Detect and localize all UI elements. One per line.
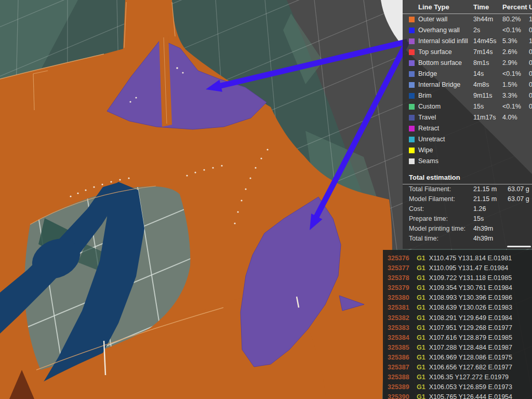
line-type-label: Seams: [418, 157, 438, 165]
gcode-arguments: X106.656 Y127.682 E.01977: [429, 364, 512, 371]
gcode-line-number: 325383: [388, 323, 412, 333]
line-type-used-filament-cropped: 0: [529, 26, 532, 34]
legend-row[interactable]: Travel 11m17s 4.0%: [403, 112, 532, 123]
gcode-line-number: 325378: [388, 273, 412, 283]
line-type-time: 15s: [473, 103, 484, 110]
line-type-color-swatch: [409, 82, 415, 88]
gcode-line[interactable]: 325378G1X109.722 Y131.118 E.01985: [383, 273, 532, 283]
line-type-color-swatch: [409, 17, 415, 22]
line-type-color-swatch: [409, 148, 415, 153]
line-type-label: Outer wall: [418, 16, 447, 23]
gcode-line[interactable]: 325380G1X108.993 Y130.396 E.01986: [383, 293, 532, 303]
gcode-line[interactable]: 325387G1X106.656 Y127.682 E.01977: [383, 363, 532, 373]
gcode-command: G1: [417, 304, 425, 311]
legend-rows: Outer wall 3h44m 80.2% 1 Overhang wall 2…: [403, 14, 532, 167]
legend-row[interactable]: Internal solid infill 14m45s 5.3% 1: [403, 36, 532, 47]
gcode-command: G1: [417, 324, 425, 331]
line-type-label: Internal solid infill: [418, 37, 468, 45]
line-type-color-swatch: [409, 71, 415, 77]
line-type-used-filament-cropped: 1: [529, 37, 532, 45]
legend-header: Line Type Time Percent U: [403, 0, 532, 14]
line-type-percent: 80.2%: [502, 16, 521, 23]
line-type-used-filament-cropped: 0: [529, 103, 532, 110]
line-type-percent: 3.3%: [502, 92, 517, 99]
gcode-line-number: 325382: [388, 313, 412, 323]
gcode-arguments: X108.993 Y130.396 E.01986: [429, 294, 512, 301]
estimation-value-1: 21.15 m: [473, 185, 497, 193]
legend-row[interactable]: Unretract: [403, 134, 532, 145]
legend-row[interactable]: Bridge 14s <0.1% 0: [403, 69, 532, 79]
legend-row[interactable]: Wipe: [403, 145, 532, 156]
gcode-line[interactable]: 325386G1X106.969 Y128.086 E.01975: [383, 353, 532, 363]
line-type-label: Top surface: [418, 48, 452, 56]
line-type-color-swatch: [409, 115, 415, 121]
line-type-color-swatch: [409, 60, 415, 66]
gcode-line-number: 325390: [388, 392, 412, 399]
gcode-line[interactable]: 325390G1X105.765 Y126.444 E.01954: [383, 392, 532, 399]
gcode-line-number: 325388: [388, 373, 412, 382]
legend-col-percent: Percent: [502, 3, 527, 11]
legend-row[interactable]: Top surface 7m14s 2.6% 0: [403, 47, 532, 58]
line-type-color-swatch: [409, 93, 415, 99]
legend-row[interactable]: Internal Bridge 4m8s 1.5% 0: [403, 79, 532, 90]
line-type-time: 7m14s: [473, 48, 493, 56]
estimation-value-1: 1.26: [473, 205, 486, 212]
estimation-label: Model printing time:: [409, 225, 466, 232]
gcode-line-number: 325389: [388, 382, 412, 392]
estimation-label: Cost:: [409, 205, 424, 212]
gcode-arguments: X105.765 Y126.444 E.01954: [429, 393, 512, 399]
line-type-time: 8m1s: [473, 59, 489, 66]
gcode-command: G1: [417, 314, 425, 322]
legend-row[interactable]: Brim 9m11s 3.3% 0: [403, 90, 532, 101]
gcode-line-number: 325379: [388, 283, 412, 293]
gcode-line[interactable]: 325382G1X108.291 Y129.649 E.01984: [383, 313, 532, 323]
line-type-time: 4m8s: [473, 81, 489, 88]
gcode-line[interactable]: 325384G1X107.616 Y128.879 E.01985: [383, 333, 532, 343]
line-type-time: 9m11s: [473, 92, 493, 99]
gcode-command: G1: [417, 274, 425, 282]
legend-row[interactable]: Overhang wall 2s <0.1% 0: [403, 25, 532, 36]
gcode-line[interactable]: 325388G1X106.35 Y127.272 E.01979: [383, 373, 532, 382]
line-type-percent: 1.5%: [502, 81, 517, 88]
line-type-time: 2s: [473, 26, 480, 34]
gcode-arguments: X107.616 Y128.879 E.01985: [429, 334, 512, 341]
gcode-line[interactable]: 325381G1X108.639 Y130.026 E.01983: [383, 303, 532, 313]
gcode-line[interactable]: 325389G1X106.053 Y126.859 E.01973: [383, 382, 532, 392]
legend-row[interactable]: Retract: [403, 123, 532, 134]
legend-col-used-filament-cropped: U: [529, 3, 532, 11]
gcode-line[interactable]: 325377G1X110.095 Y131.47 E.01984: [383, 263, 532, 273]
gcode-line-number: 325381: [388, 303, 412, 313]
line-type-percent: 5.3%: [502, 37, 517, 45]
line-type-color-swatch: [409, 126, 415, 131]
line-type-time: 14m45s: [473, 37, 496, 45]
line-type-label: Internal Bridge: [418, 81, 460, 88]
horizontal-scrollbar-thumb[interactable]: [507, 246, 531, 247]
legend-row[interactable]: Outer wall 3h44m 80.2% 1: [403, 14, 532, 25]
line-type-color-swatch: [409, 137, 415, 142]
line-type-label: Brim: [418, 92, 432, 99]
line-type-label: Retract: [418, 125, 439, 132]
gcode-command: G1: [417, 264, 425, 272]
legend-row[interactable]: Seams: [403, 156, 532, 167]
total-estimation-section: Total estimation Total Filament: 21.15 m…: [403, 171, 532, 244]
gcode-line-number: 325386: [388, 353, 412, 363]
gcode-line[interactable]: 325383G1X107.951 Y129.268 E.01977: [383, 323, 532, 333]
legend-row[interactable]: Bottom surface 8m1s 2.9% 0: [403, 58, 532, 69]
legend-row[interactable]: Custom 15s <0.1% 0: [403, 101, 532, 112]
gcode-line-number: 325387: [388, 363, 412, 373]
estimation-row: Model Filament: 21.15 m 63.07 g: [403, 194, 532, 204]
line-type-time: 14s: [473, 70, 484, 77]
gcode-line[interactable]: 325379G1X109.354 Y130.761 E.01984: [383, 283, 532, 293]
estimation-value-2: 63.07 g: [508, 195, 529, 203]
estimation-row: Model printing time: 4h39m: [403, 224, 532, 234]
gcode-line[interactable]: 325376G1X110.475 Y131.814 E.01981: [383, 254, 532, 263]
gcode-arguments: X110.475 Y131.814 E.01981: [429, 255, 512, 262]
estimation-value-1: 21.15 m: [473, 195, 497, 203]
line-type-legend-panel: Line Type Time Percent U Outer wall 3h44…: [403, 0, 532, 249]
estimation-value-1: 15s: [473, 215, 484, 222]
line-type-color-swatch: [409, 38, 415, 44]
line-type-label: Custom: [418, 103, 441, 110]
line-type-used-filament-cropped: 0: [529, 70, 532, 77]
gcode-arguments: X108.639 Y130.026 E.01983: [429, 304, 512, 311]
gcode-line[interactable]: 325385G1X107.288 Y128.484 E.01987: [383, 343, 532, 353]
